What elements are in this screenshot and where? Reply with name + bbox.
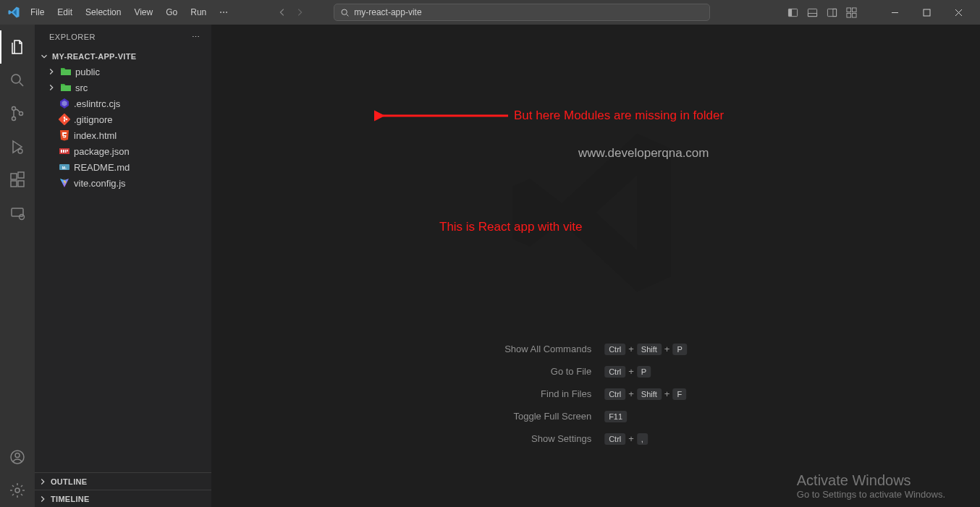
tree-label: .eslintrc.cjs <box>74 98 120 109</box>
activity-source-control[interactable] <box>0 97 35 130</box>
menu-view[interactable]: View <box>128 4 159 20</box>
activity-explorer[interactable] <box>0 30 35 64</box>
shortcut-keys: Ctrl+Shift+P <box>598 338 693 360</box>
svg-point-16 <box>18 149 22 153</box>
file-gitignore[interactable]: .gitignore <box>35 111 211 127</box>
markdown-icon: M↓ <box>59 161 70 173</box>
activate-windows-watermark: Activate Windows Go to Settings to activ… <box>797 472 945 500</box>
shortcut-keys: Ctrl+Shift+F <box>598 383 693 405</box>
window-minimize[interactable] <box>879 0 911 25</box>
tree-label: public <box>75 67 100 77</box>
folder-src[interactable]: src <box>35 80 211 95</box>
welcome-shortcuts: Show All CommandsCtrl+Shift+P Go to File… <box>498 338 693 450</box>
svg-rect-9 <box>847 13 851 17</box>
activity-extensions[interactable] <box>0 163 35 197</box>
svg-point-22 <box>20 215 25 220</box>
window-close[interactable] <box>942 0 974 25</box>
menu-run[interactable]: Run <box>185 4 212 20</box>
nav-back-icon[interactable] <box>277 7 287 17</box>
activity-remote[interactable] <box>0 197 35 230</box>
svg-rect-17 <box>11 174 17 179</box>
shortcut-label: Show Settings <box>498 427 598 450</box>
svg-rect-5 <box>827 9 836 16</box>
shortcut-keys: Ctrl+, <box>598 427 693 450</box>
html-icon <box>59 129 70 141</box>
activity-accounts[interactable] <box>0 440 35 474</box>
command-center-search[interactable]: my-react-app-vite <box>334 4 710 21</box>
menu-selection[interactable]: Selection <box>80 4 127 20</box>
npm-icon <box>59 145 70 157</box>
file-package-json[interactable]: package.json <box>35 143 211 159</box>
svg-point-24 <box>15 453 20 458</box>
nav-arrows <box>277 7 305 17</box>
layout-customize-icon[interactable] <box>846 7 857 18</box>
section-outline[interactable]: OUTLINE <box>35 472 211 490</box>
vite-icon <box>59 177 70 189</box>
vscode-logo-icon <box>7 6 20 19</box>
tree-label: src <box>75 82 88 93</box>
shortcut-label: Go to File <box>498 360 598 383</box>
svg-point-25 <box>15 488 20 493</box>
annotation-missing-modules: But here Modules are missing in folder <box>514 108 724 123</box>
file-eslintrc[interactable]: .eslintrc.cjs <box>35 95 211 111</box>
svg-rect-21 <box>12 208 23 216</box>
tree-label: .gitignore <box>74 114 112 125</box>
svg-rect-33 <box>61 150 62 153</box>
chevron-right-icon <box>38 477 48 487</box>
tree-label: package.json <box>74 146 130 157</box>
svg-rect-18 <box>11 181 17 187</box>
activity-run-debug[interactable] <box>0 130 35 163</box>
shortcut-label: Find in Files <box>498 383 598 405</box>
svg-rect-4 <box>808 13 816 16</box>
shortcut-keys: Ctrl+P <box>598 360 693 383</box>
explorer-title: EXPLORER <box>49 33 96 41</box>
shortcut-label: Show All Commands <box>498 338 598 360</box>
svg-point-12 <box>12 74 20 83</box>
activity-bar <box>0 25 35 507</box>
svg-rect-35 <box>65 150 67 153</box>
svg-rect-19 <box>18 181 24 187</box>
layout-left-icon[interactable] <box>787 7 798 18</box>
file-tree: public src .eslintrc.cjs .gitignore inde <box>35 64 211 191</box>
svg-rect-8 <box>852 7 856 12</box>
tree-label: index.html <box>74 130 117 141</box>
svg-rect-2 <box>788 9 792 16</box>
svg-rect-20 <box>18 172 24 178</box>
menu-overflow[interactable]: ⋯ <box>214 4 234 20</box>
activity-search[interactable] <box>0 64 35 97</box>
folder-icon <box>60 66 72 77</box>
folder-public[interactable]: public <box>35 64 211 80</box>
section-timeline[interactable]: TIMELINE <box>35 490 211 507</box>
menu-bar: File Edit Selection View Go Run ⋯ <box>25 4 234 20</box>
svg-text:M↓: M↓ <box>62 166 67 170</box>
menu-edit[interactable]: Edit <box>51 4 78 20</box>
shortcut-keys: F11 <box>598 405 693 427</box>
nav-forward-icon[interactable] <box>295 7 305 17</box>
title-bar: File Edit Selection View Go Run ⋯ my-rea… <box>0 0 980 25</box>
menu-file[interactable]: File <box>25 4 50 20</box>
explorer-more-icon[interactable]: ⋯ <box>192 33 201 42</box>
annotation-arrow-icon <box>374 106 512 127</box>
svg-rect-7 <box>847 7 851 12</box>
activity-settings[interactable] <box>0 474 35 507</box>
file-index-html[interactable]: index.html <box>35 127 211 143</box>
chevron-down-icon <box>39 51 49 61</box>
project-root[interactable]: MY-REACT-APP-VITE <box>35 49 211 64</box>
file-readme[interactable]: M↓ README.md <box>35 159 211 175</box>
file-vite-config[interactable]: vite.config.js <box>35 175 211 191</box>
chevron-right-icon <box>46 82 56 93</box>
svg-rect-11 <box>924 9 930 16</box>
svg-rect-6 <box>833 9 837 16</box>
svg-rect-10 <box>852 13 856 17</box>
search-icon <box>340 8 350 17</box>
svg-rect-34 <box>63 150 64 153</box>
layout-right-icon[interactable] <box>827 7 837 18</box>
layout-bottom-icon[interactable] <box>807 7 818 18</box>
git-icon <box>59 114 70 125</box>
tree-label: README.md <box>74 162 130 173</box>
annotation-watermark: www.developerqna.com <box>578 146 709 161</box>
menu-go[interactable]: Go <box>160 4 183 20</box>
explorer-sidebar: EXPLORER ⋯ MY-REACT-APP-VITE public src … <box>35 25 211 507</box>
window-maximize[interactable] <box>911 0 942 25</box>
svg-point-0 <box>342 9 347 14</box>
